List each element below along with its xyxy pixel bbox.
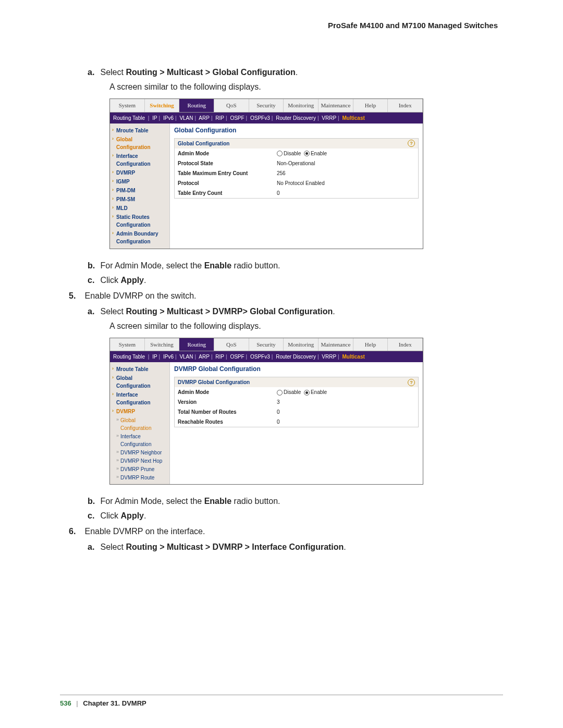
ss2-sub-route[interactable]: DVMRP Route xyxy=(117,474,166,482)
step-5a: a. Select Routing > Multicast > DVMRP> G… xyxy=(60,305,503,318)
ss2-tab-switching[interactable]: Switching xyxy=(145,338,180,351)
step-5a-bold: Routing > Multicast > DVMRP> Global Conf… xyxy=(126,307,333,316)
marker-5b: b. xyxy=(88,495,98,508)
ss2-tab-maintenance[interactable]: Maintenance xyxy=(319,338,353,351)
ss2-tab-system[interactable]: System xyxy=(110,338,145,351)
ss2-sub-prune[interactable]: DVMRP Prune xyxy=(117,465,166,473)
side-pimdm[interactable]: PIM-DM xyxy=(113,187,166,194)
marker-6: 6. xyxy=(69,525,82,538)
page-number: 536 xyxy=(60,699,71,707)
side-adminb[interactable]: Admin Boundary Configuration xyxy=(113,230,166,245)
step-6a-post: . xyxy=(344,542,346,551)
ss1-tab-qos[interactable]: QoS xyxy=(214,99,249,112)
marker-6a: a. xyxy=(88,541,98,553)
screenshot-2: System Switching Routing QoS Security Mo… xyxy=(109,338,423,485)
ss2-sub-neigh[interactable]: DVMRP Neighbor xyxy=(117,449,166,456)
ss2-sidebar: Mroute Table Global Configuration Interf… xyxy=(110,362,170,484)
ss1-radio-enable[interactable] xyxy=(304,151,310,156)
step-5a-pre: Select xyxy=(100,307,126,316)
ss2-tab-help[interactable]: Help xyxy=(353,338,388,351)
step-5-text: Enable DVMRP on the switch. xyxy=(84,291,196,300)
ss1-panel-title: Global Configuration xyxy=(174,126,419,135)
step-5a-post: . xyxy=(333,307,335,316)
step-5c-pre: Click xyxy=(100,511,120,520)
ss2-side-mroute[interactable]: Mroute Table xyxy=(113,365,166,373)
side-mroute[interactable]: Mroute Table xyxy=(113,127,166,134)
ss2-subtab-vrrp[interactable]: VRRP xyxy=(322,354,336,360)
ss1-panel-sub: Global Configuration xyxy=(178,140,229,147)
side-ifconfig[interactable]: Interface Configuration xyxy=(113,152,166,168)
ss2-sub-gc[interactable]: Global Configuration xyxy=(117,416,166,432)
ss1-tab-monitoring[interactable]: Monitoring xyxy=(284,99,319,112)
ss2-tab-monitoring[interactable]: Monitoring xyxy=(284,338,319,351)
ss2-tab-routing[interactable]: Routing xyxy=(179,338,214,351)
ss1-tab-switching[interactable]: Switching xyxy=(145,99,180,112)
ss1-subtab-rd[interactable]: Router Discovery xyxy=(276,115,316,121)
step-4c: c. Click Apply. xyxy=(60,274,503,287)
help-icon[interactable]: ? xyxy=(408,140,415,147)
side-mld[interactable]: MLD xyxy=(113,204,166,212)
ss1-subtab-multicast[interactable]: Multicast xyxy=(342,115,364,121)
ss2-subtab-ip[interactable]: IP xyxy=(152,354,157,360)
side-dvmrp[interactable]: DVMRP xyxy=(113,169,166,177)
ss1-subtab-rt[interactable]: Routing Table xyxy=(113,115,146,121)
screenshot-1: System Switching Routing QoS Security Mo… xyxy=(109,98,423,249)
step-5b-post: radio button. xyxy=(231,497,280,505)
ss2-panel-title: DVMRP Global Configuration xyxy=(174,364,419,374)
ss2-subtab-ospf[interactable]: OSPF xyxy=(230,354,244,360)
ss2-side-dvmrp[interactable]: DVMRP xyxy=(113,408,166,415)
ss2-v1: 3 xyxy=(277,398,415,406)
ss1-radio-disable[interactable] xyxy=(277,151,283,156)
ss1-tab-index[interactable]: Index xyxy=(388,99,423,112)
ss1-subtab-vlan[interactable]: VLAN xyxy=(179,115,193,121)
step-4c-bold: Apply xyxy=(121,276,144,285)
marker-5: 5. xyxy=(69,290,82,302)
step-5b-bold: Enable xyxy=(204,497,231,505)
ss1-tab-system[interactable]: System xyxy=(110,99,145,112)
ss1-tab-help[interactable]: Help xyxy=(353,99,388,112)
ss2-tab-security[interactable]: Security xyxy=(249,338,284,351)
ss2-tab-index[interactable]: Index xyxy=(388,338,423,351)
ss2-subtab-vlan[interactable]: VLAN xyxy=(179,354,193,360)
ss2-subtab-ipv6[interactable]: IPv6 xyxy=(163,354,174,360)
ss2-subtab-rip[interactable]: RIP xyxy=(215,354,224,360)
ss1-subtab-ospf[interactable]: OSPF xyxy=(230,115,244,121)
step-5c-bold: Apply xyxy=(121,511,144,520)
ss2-subtab-rt[interactable]: Routing Table xyxy=(113,354,146,360)
ss1-subtab-rip[interactable]: RIP xyxy=(215,115,224,121)
side-globalconf[interactable]: Global Configuration xyxy=(113,135,166,151)
ss1-subtab-arp[interactable]: ARP xyxy=(199,115,210,121)
ss2-subtabs: Routing Table | IP| IPv6| VLAN| ARP| RIP… xyxy=(110,351,423,362)
step-4c-pre: Click xyxy=(100,276,120,285)
step-4b-post: radio button. xyxy=(231,261,280,270)
step-4a-pre: Select xyxy=(100,68,126,77)
ss2-sub-ic[interactable]: Interface Configuration xyxy=(117,433,166,448)
ss2-side-ic[interactable]: Interface Configuration xyxy=(113,391,166,406)
ss2-v2: 0 xyxy=(277,408,415,416)
ss2-radio-enable[interactable] xyxy=(304,390,310,396)
marker-5c: c. xyxy=(88,510,98,522)
ss2-side-gc[interactable]: Global Configuration xyxy=(113,374,166,390)
ss2-subtab-arp[interactable]: ARP xyxy=(199,354,210,360)
ss1-tab-maintenance[interactable]: Maintenance xyxy=(319,99,353,112)
side-static[interactable]: Static Routes Configuration xyxy=(113,213,166,229)
ss2-tab-qos[interactable]: QoS xyxy=(214,338,249,351)
ss2-subtab-ospfv3[interactable]: OSPFv3 xyxy=(250,354,270,360)
ss2-subtab-multicast[interactable]: Multicast xyxy=(342,354,364,360)
ss1-subtab-ip[interactable]: IP xyxy=(152,115,157,121)
ss1-k2: Table Maximum Entry Count xyxy=(178,169,277,177)
ss1-k0: Admin Mode xyxy=(178,150,277,157)
ss1-subtab-vrrp[interactable]: VRRP xyxy=(322,115,336,121)
ss1-subtab-ospfv3[interactable]: OSPFv3 xyxy=(250,115,270,121)
side-igmp[interactable]: IGMP xyxy=(113,178,166,186)
ss2-subtab-rd[interactable]: Router Discovery xyxy=(276,354,316,360)
side-pimsm[interactable]: PIM-SM xyxy=(113,195,166,203)
ss1-v3: No Protocol Enabled xyxy=(277,179,415,187)
ss1-tab-routing[interactable]: Routing xyxy=(179,99,214,112)
ss2-sub-nexthop[interactable]: DVMRP Next Hop xyxy=(117,457,166,465)
ss1-subtab-ipv6[interactable]: IPv6 xyxy=(163,115,174,121)
ss2-radio-disable[interactable] xyxy=(277,390,283,396)
help-icon-2[interactable]: ? xyxy=(408,379,415,386)
ss1-tab-security[interactable]: Security xyxy=(249,99,284,112)
step-4a: a. Select Routing > Multicast > Global C… xyxy=(60,66,503,79)
